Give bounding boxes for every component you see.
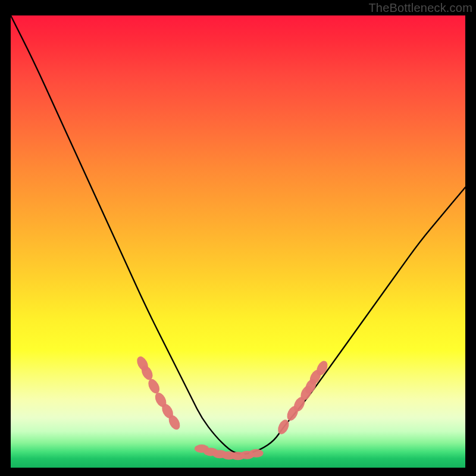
data-markers bbox=[134, 355, 330, 460]
bottleneck-curve bbox=[11, 15, 465, 454]
watermark-text: TheBottleneck.com bbox=[368, 1, 472, 15]
marker-left bbox=[146, 377, 162, 395]
marker-bottom bbox=[249, 449, 264, 458]
chart-frame bbox=[11, 15, 465, 468]
curve-layer bbox=[11, 15, 465, 468]
